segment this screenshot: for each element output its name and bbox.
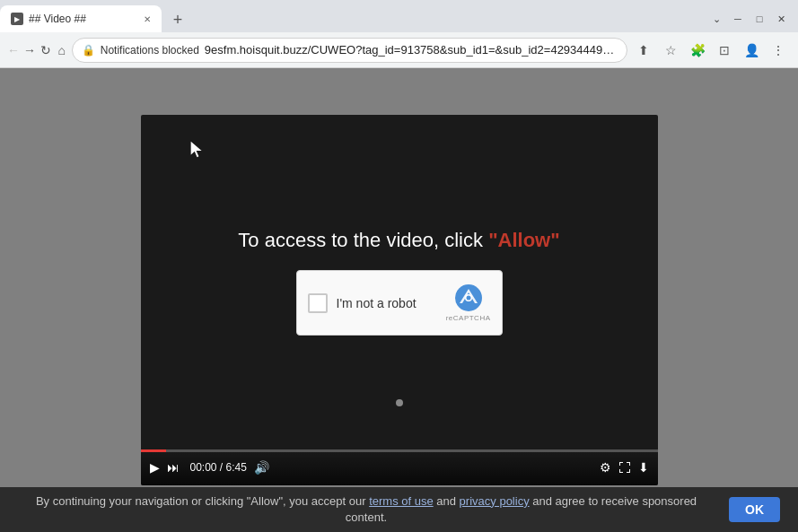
video-content-area: To access to the video, click "Allow" I'… bbox=[141, 115, 658, 449]
access-prompt: To access to the video, click "Allow" bbox=[238, 229, 559, 252]
profile-button[interactable]: 👤 bbox=[739, 38, 764, 63]
progress-bar[interactable] bbox=[141, 449, 658, 452]
home-button[interactable]: ⌂ bbox=[56, 38, 68, 63]
progress-fill bbox=[141, 449, 167, 452]
address-bar[interactable]: 🔒 Notifications blocked 9esfm.hoisquit.b… bbox=[72, 38, 627, 63]
notifications-blocked-label: Notifications blocked bbox=[101, 44, 199, 57]
toolbar-actions: ⬆ ☆ 🧩 ⊡ 👤 ⋮ bbox=[631, 38, 791, 63]
window-controls: ⌄ ─ □ ✕ bbox=[706, 9, 798, 32]
allow-word: "Allow" bbox=[488, 229, 560, 251]
play-button[interactable]: ▶ bbox=[150, 460, 160, 475]
notification-bar: By continuing your navigation or clickin… bbox=[0, 487, 798, 532]
minimize-button[interactable]: ─ bbox=[728, 9, 748, 29]
ok-button[interactable]: OK bbox=[729, 497, 780, 522]
lock-icon: 🔒 bbox=[82, 44, 95, 57]
refresh-button[interactable]: ↻ bbox=[39, 38, 52, 63]
close-window-button[interactable]: ✕ bbox=[771, 9, 791, 29]
captcha-label: I'm not a robot bbox=[337, 296, 417, 310]
progress-dot bbox=[396, 399, 403, 406]
recaptcha-box[interactable]: I'm not a robot reCAPTCHA bbox=[296, 270, 503, 336]
download-button[interactable]: ⬇ bbox=[638, 460, 649, 475]
time-display: 00:00 / 6:45 bbox=[190, 461, 247, 474]
browser-frame: ▶ ## Video ## ✕ + ⌄ ─ □ ✕ ← → ↻ ⌂ 🔒 Noti… bbox=[0, 0, 798, 532]
page-content: To access to the video, click "Allow" I'… bbox=[0, 68, 798, 532]
tab-bar: ▶ ## Video ## ✕ + ⌄ ─ □ ✕ bbox=[0, 0, 798, 32]
share-button[interactable]: ⬆ bbox=[631, 38, 656, 63]
bookmark-button[interactable]: ☆ bbox=[658, 38, 683, 63]
split-view-button[interactable]: ⊡ bbox=[712, 38, 737, 63]
maximize-button[interactable]: □ bbox=[750, 9, 769, 29]
skip-button[interactable]: ⏭ bbox=[167, 460, 180, 475]
access-text-before: To access to the video, click bbox=[238, 229, 488, 251]
volume-button[interactable]: 🔊 bbox=[254, 460, 269, 475]
captcha-right: reCAPTCHA bbox=[446, 283, 491, 322]
captcha-left: I'm not a robot bbox=[308, 293, 417, 313]
browser-toolbar: ← → ↻ ⌂ 🔒 Notifications blocked 9esfm.ho… bbox=[0, 32, 798, 68]
recaptcha-brand-label: reCAPTCHA bbox=[446, 314, 491, 322]
cursor-icon bbox=[188, 140, 207, 163]
recaptcha-logo-icon bbox=[454, 283, 483, 312]
browser-tab-active[interactable]: ▶ ## Video ## ✕ bbox=[0, 5, 162, 32]
privacy-policy-link[interactable]: privacy policy bbox=[460, 494, 530, 508]
fullscreen-button[interactable] bbox=[618, 461, 631, 474]
tab-title: ## Video ## bbox=[29, 13, 135, 25]
notification-text: By continuing your navigation or clickin… bbox=[18, 493, 715, 526]
svg-point-2 bbox=[466, 296, 470, 301]
tab-close-button[interactable]: ✕ bbox=[140, 12, 154, 26]
video-controls: ▶ ⏭ 00:00 / 6:45 🔊 ⚙ ⬇ bbox=[141, 449, 658, 485]
forward-button[interactable]: → bbox=[23, 38, 36, 63]
tab-favicon: ▶ bbox=[11, 13, 23, 25]
new-tab-button[interactable]: + bbox=[165, 7, 190, 32]
menu-button[interactable]: ⋮ bbox=[766, 38, 791, 63]
url-display: 9esfm.hoisquit.buzz/CUWEO?tag_id=913758&… bbox=[205, 43, 618, 57]
chevron-down-button[interactable]: ⌄ bbox=[706, 9, 726, 29]
captcha-checkbox[interactable] bbox=[308, 293, 328, 313]
video-player: To access to the video, click "Allow" I'… bbox=[141, 115, 658, 485]
extension-button[interactable]: 🧩 bbox=[685, 38, 710, 63]
settings-button[interactable]: ⚙ bbox=[600, 460, 611, 475]
back-button[interactable]: ← bbox=[7, 38, 20, 63]
terms-of-use-link[interactable]: terms of use bbox=[369, 494, 434, 508]
